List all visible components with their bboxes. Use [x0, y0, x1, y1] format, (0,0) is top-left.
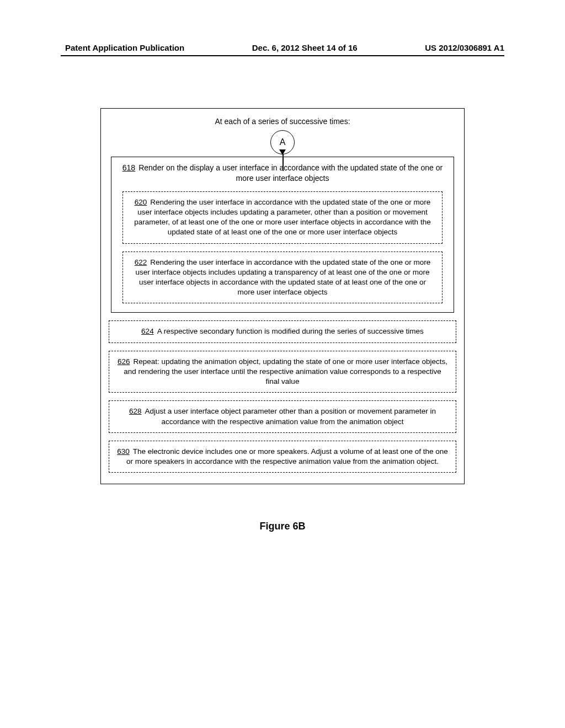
- ref-628: 628: [129, 407, 142, 415]
- header-right: US 2012/0306891 A1: [425, 43, 504, 52]
- step-622-body: Rendering the user interface in accordan…: [136, 258, 431, 297]
- step-630-box: 630The electronic device includes one or…: [109, 441, 456, 473]
- header-left: Patent Application Publication: [65, 43, 184, 52]
- step-618-box: 618Render on the display a user interfac…: [111, 157, 454, 313]
- step-630-body: The electronic device includes one or mo…: [126, 447, 448, 465]
- step-626-box: 626Repeat: updating the animation object…: [109, 351, 456, 393]
- ref-626: 626: [118, 357, 130, 366]
- step-618-body: Render on the display a user interface i…: [138, 163, 443, 183]
- header-center: Dec. 6, 2012 Sheet 14 of 16: [252, 43, 358, 52]
- step-628-body: Adjust a user interface object parameter…: [145, 407, 436, 425]
- ref-624: 624: [141, 327, 154, 335]
- outer-title: At each of a series of successive times:: [111, 116, 454, 127]
- step-620-body: Rendering the user interface in accordan…: [134, 198, 430, 237]
- header-rule: [61, 55, 504, 56]
- step-626-body: Repeat: updating the animation object, u…: [124, 357, 447, 386]
- ref-618: 618: [122, 163, 135, 172]
- ref-630: 630: [117, 447, 130, 456]
- figure-area: At each of a series of successive times:…: [100, 108, 465, 532]
- page-header: Patent Application Publication Dec. 6, 2…: [0, 43, 565, 52]
- step-624-body: A respective secondary function is modif…: [157, 327, 424, 335]
- step-624-box: 624A respective secondary function is mo…: [109, 320, 456, 342]
- connector-a-label: A: [280, 137, 286, 147]
- step-628-box: 628Adjust a user interface object parame…: [109, 400, 456, 432]
- ref-620: 620: [135, 198, 147, 206]
- figure-label: Figure 6B: [100, 521, 465, 532]
- step-622-box: 622Rendering the user interface in accor…: [122, 251, 443, 304]
- step-620-box: 620Rendering the user interface in accor…: [122, 191, 443, 244]
- outer-successive-times-box: At each of a series of successive times:…: [100, 108, 465, 484]
- ref-622: 622: [135, 258, 147, 266]
